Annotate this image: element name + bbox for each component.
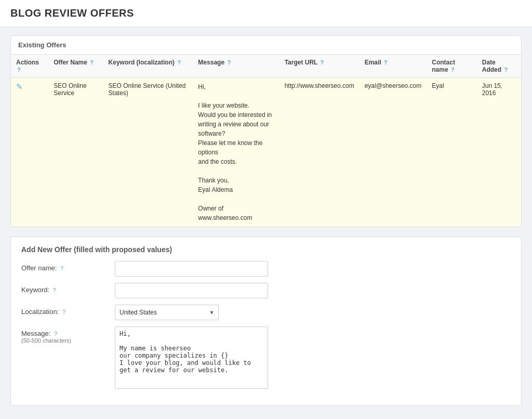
keyword-label: Keyword: ?	[21, 283, 115, 294]
offer-name-help[interactable]: ?	[60, 265, 63, 271]
localization-select[interactable]: United States United Kingdom Canada Aust…	[115, 305, 219, 320]
message-row: Message: ? (50-500 characters) Hi, My na…	[21, 326, 511, 390]
message-textarea-wrapper: Hi, My name is sheerseo our company spec…	[115, 326, 268, 390]
keyword-input[interactable]	[115, 283, 268, 298]
th-actions: Actions ?	[11, 55, 48, 78]
actions-help-icon[interactable]: ?	[17, 67, 21, 73]
table-header-row: Actions ? Offer Name ? Keyword (localiza…	[11, 55, 521, 78]
target-url-cell: http://www.sheerseo.com	[280, 78, 360, 227]
th-offer-name: Offer Name ?	[48, 55, 103, 78]
message-cell: Hi, I like your website. Would you be in…	[193, 78, 279, 227]
page-wrapper: BLOG REVIEW OFFERS Existing Offers Actio…	[0, 0, 532, 419]
offer-name-cell: SEO Online Service	[48, 78, 103, 227]
offer-name-row: Offer name: ?	[21, 261, 511, 277]
th-keyword: Keyword (localization) ?	[103, 55, 193, 78]
existing-offers-card: Existing Offers Actions ? Offer Name ?	[10, 35, 522, 227]
localization-help[interactable]: ?	[62, 309, 65, 315]
existing-offers-header: Existing Offers	[11, 36, 521, 55]
actions-cell: ✎	[11, 78, 48, 227]
add-offer-form: Add New Offer (filled with proposed valu…	[11, 237, 521, 405]
target-url-help-icon[interactable]: ?	[321, 59, 324, 66]
contact-name-help-icon[interactable]: ?	[451, 67, 455, 73]
message-help[interactable]: ?	[54, 331, 57, 337]
th-email: Email ?	[360, 55, 427, 78]
keyword-help-icon[interactable]: ?	[177, 59, 181, 66]
th-target-url: Target URL ?	[280, 55, 360, 78]
message-char-limit: (50-500 characters)	[21, 337, 115, 344]
add-offer-card: Add New Offer (filled with proposed valu…	[10, 237, 522, 405]
email-cell: eyal@sheerseo.com	[360, 78, 427, 227]
message-label: Message: ? (50-500 characters)	[21, 326, 115, 344]
offers-table: Actions ? Offer Name ? Keyword (localiza…	[11, 55, 521, 227]
offer-name-label: Offer name: ?	[21, 261, 115, 272]
offer-name-input[interactable]	[115, 261, 268, 277]
th-message: Message ?	[193, 55, 279, 78]
date-added-help-icon[interactable]: ?	[504, 67, 508, 73]
localization-select-wrapper: United States United Kingdom Canada Aust…	[115, 305, 219, 320]
message-textarea[interactable]: Hi, My name is sheerseo our company spec…	[115, 326, 268, 389]
localization-label: Localization: ?	[21, 305, 115, 316]
keyword-help[interactable]: ?	[53, 287, 56, 293]
localization-row: Localization: ? United States United Kin…	[21, 305, 511, 320]
page-title: BLOG REVIEW OFFERS	[10, 7, 522, 19]
email-help-icon[interactable]: ?	[384, 59, 388, 66]
offer-name-help-icon[interactable]: ?	[90, 59, 94, 66]
keyword-row: Keyword: ?	[21, 283, 511, 298]
add-offer-title: Add New Offer (filled with proposed valu…	[21, 245, 511, 254]
keyword-cell: SEO Online Service (United States)	[103, 78, 193, 227]
th-contact-name: Contact name ?	[427, 55, 476, 78]
page-title-bar: BLOG REVIEW OFFERS	[0, 0, 532, 27]
date-added-cell: Jun 15, 2016	[477, 78, 521, 227]
content-area: Existing Offers Actions ? Offer Name ?	[0, 27, 532, 419]
contact-name-cell: Eyal	[427, 78, 476, 227]
message-help-icon[interactable]: ?	[227, 59, 231, 66]
edit-icon[interactable]: ✎	[16, 82, 23, 91]
table-row: ✎ SEO Online Service SEO Online Service …	[11, 78, 521, 227]
th-date-added: Date Added ?	[477, 55, 521, 78]
